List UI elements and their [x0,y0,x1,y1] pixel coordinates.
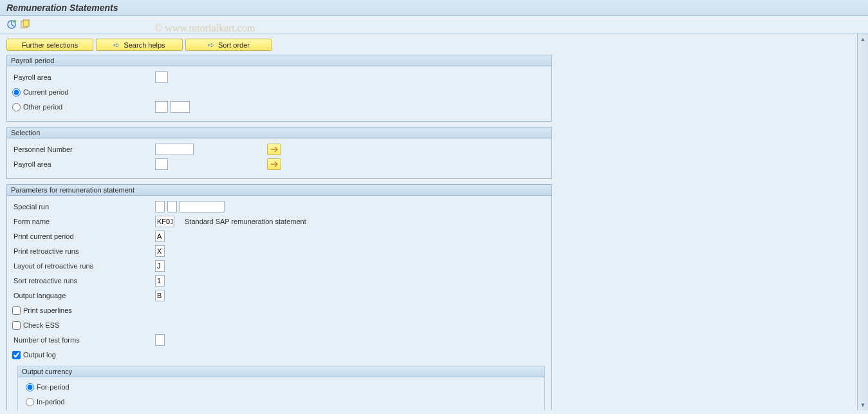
other-period-radio[interactable]: Other period [12,103,155,111]
further-selections-button[interactable]: Further selections [6,39,93,51]
other-period-input-2[interactable] [171,101,190,113]
other-period-radio-input[interactable] [12,103,21,111]
personnel-number-label: Personnel Number [12,146,155,153]
output-log-checkbox-input[interactable] [12,351,21,359]
checkbox-label: Print superlines [23,306,72,314]
payroll-area-sel-input[interactable] [155,158,168,170]
scroll-down-icon[interactable]: ▼ [858,399,868,410]
output-lang-label: Output language [12,292,155,299]
print-retro-label: Print retroactive runs [12,247,155,255]
sort-order-button[interactable]: ➪ Sort order [185,39,272,51]
selection-panel: Selection Personnel Number Payroll area [6,127,552,179]
scroll-track[interactable] [858,44,868,399]
payroll-period-panel: Payroll period Payroll area Current peri… [6,55,552,122]
special-run-label: Special run [12,203,155,211]
current-period-radio[interactable]: Current period [12,88,68,97]
radio-label: Current period [23,88,68,96]
num-test-forms-input[interactable] [155,334,165,346]
arrow-right-icon: ➪ [208,41,214,50]
print-current-input[interactable] [155,231,165,242]
for-period-radio-input[interactable] [26,383,34,391]
multiple-selection-button[interactable] [267,158,281,170]
output-currency-panel: Output currency For-period In-period [17,366,545,410]
radio-label: Other period [23,103,62,111]
vertical-scrollbar[interactable]: ▲ ▼ [857,33,868,410]
check-ess-checkbox-input[interactable] [12,321,21,330]
output-log-checkbox[interactable]: Output log [12,351,56,359]
form-name-desc: Standard SAP remuneration statement [185,218,306,225]
main-toolbar [0,16,868,33]
button-label: Sort order [218,41,250,49]
svg-point-1 [14,20,16,23]
check-ess-checkbox[interactable]: Check ESS [12,321,59,330]
search-helps-button[interactable]: ➪ Search helps [96,39,183,51]
content-area: Further selections ➪ Search helps ➪ Sort… [0,33,857,410]
form-name-label: Form name [12,218,155,225]
panel-header: Parameters for remuneration statement [7,185,551,196]
print-superlines-checkbox[interactable]: Print superlines [12,306,72,315]
output-lang-input[interactable] [155,290,165,301]
print-superlines-checkbox-input[interactable] [12,306,21,315]
in-period-radio[interactable]: In-period [26,398,64,406]
button-row: Further selections ➪ Search helps ➪ Sort… [6,39,851,51]
panel-header: Payroll period [7,55,551,66]
variant-icon[interactable] [21,19,31,30]
parameters-panel: Parameters for remuneration statement Sp… [6,184,552,410]
other-period-input-1[interactable] [155,101,168,113]
multiple-selection-button[interactable] [267,144,281,155]
payroll-area-label: Payroll area [12,160,155,168]
sort-retro-input[interactable] [155,275,165,287]
num-test-forms-label: Number of test forms [12,336,155,344]
radio-label: For-period [37,383,69,391]
button-label: Search helps [124,41,165,49]
form-name-input[interactable] [155,216,174,227]
layout-retro-label: Layout of retroactive runs [12,262,155,270]
for-period-radio[interactable]: For-period [26,383,69,391]
panel-header: Output currency [18,366,544,377]
execute-icon[interactable] [6,19,17,30]
checkbox-label: Check ESS [23,321,59,329]
special-run-input-2[interactable] [167,201,177,212]
layout-retro-input[interactable] [155,260,165,272]
special-run-input-3[interactable] [180,201,225,212]
print-current-label: Print current period [12,232,155,240]
scroll-up-icon[interactable]: ▲ [858,33,868,44]
arrow-right-icon: ➪ [113,41,120,50]
in-period-radio-input[interactable] [26,398,34,406]
sort-retro-label: Sort retroactive runs [12,277,155,285]
button-label: Further selections [22,41,78,49]
payroll-area-label: Payroll area [12,73,155,81]
payroll-area-input[interactable] [155,71,168,83]
panel-header: Selection [7,127,551,138]
page-title: Remuneration Statements [0,0,868,16]
print-retro-input[interactable] [155,245,165,257]
svg-rect-3 [23,20,29,26]
special-run-input-1[interactable] [155,201,165,212]
radio-label: In-period [37,398,64,406]
checkbox-label: Output log [23,351,56,359]
personnel-number-input[interactable] [155,144,194,155]
current-period-radio-input[interactable] [12,88,21,97]
